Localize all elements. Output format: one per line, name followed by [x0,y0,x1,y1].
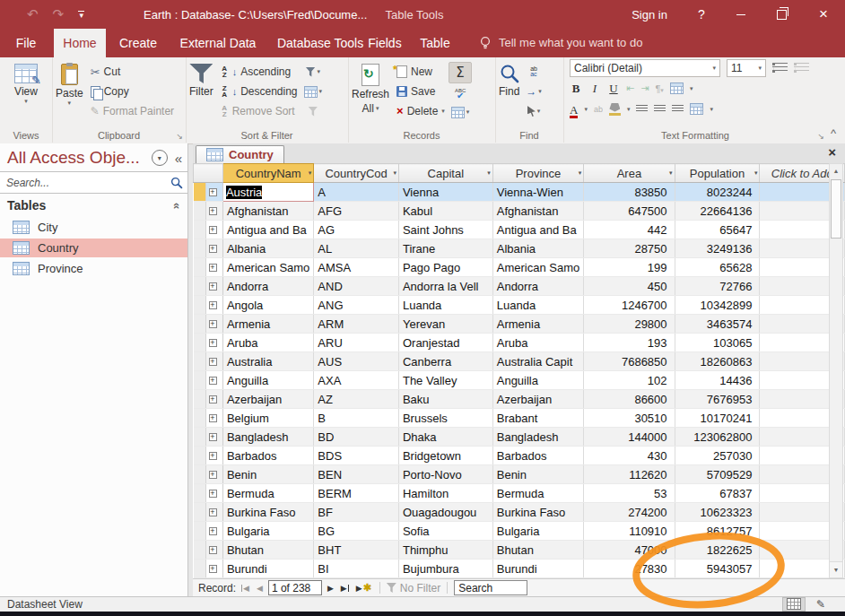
cell-population[interactable]: 103065 [675,334,760,352]
cell-population[interactable]: 5943057 [675,560,760,578]
expand-row-icon[interactable]: + [209,452,217,460]
cell-area[interactable]: 442 [584,221,675,239]
cell-name[interactable]: Afghanistan [222,202,313,221]
align-left-icon[interactable] [636,105,648,113]
tab-table[interactable]: Table [409,29,461,57]
cell-province[interactable]: American Samo [492,258,583,277]
scroll-up-icon[interactable]: ▲ [830,164,842,178]
cell-code[interactable]: BHT [314,541,399,560]
select-all-corner[interactable] [194,164,223,183]
cell-code[interactable]: ARM [314,315,399,334]
cell-code[interactable]: AL [314,239,399,258]
sidebar-item-country[interactable]: Country [0,239,187,257]
cell-code[interactable]: BI [314,560,399,578]
ascending-button[interactable]: AZ↓Ascending [217,62,301,82]
cell-area[interactable]: 86600 [584,390,675,409]
record-position-box[interactable] [268,580,322,595]
cell-province[interactable]: Burundi [492,560,583,578]
cell-name[interactable]: Burundi [222,560,313,578]
cell-area[interactable]: 29800 [584,315,675,334]
cell-capital[interactable]: Andorra la Vell [398,277,492,296]
no-filter-button[interactable]: No Filter [387,582,440,594]
cell-province[interactable]: Australia Capit [492,352,583,371]
cell-name[interactable]: Bulgaria [222,522,313,541]
expand-row-icon[interactable]: + [209,490,217,498]
row-selector[interactable]: + [194,465,223,484]
table-row[interactable]: +AfghanistanAFGKabulAfghanistan647500226… [194,202,845,221]
cell-area[interactable]: 450 [584,277,675,296]
format-painter-button[interactable]: ✎Format Painter [87,101,178,121]
cell-code[interactable]: AUS [314,352,399,371]
cell-population[interactable]: 65647 [675,221,760,239]
restore-button[interactable] [761,0,802,29]
cell-code[interactable]: BG [314,522,399,541]
sign-in-button[interactable]: Sign in [617,0,682,29]
tab-home[interactable]: Home [54,29,106,57]
cell-capital[interactable]: Ouagadougou [398,503,492,522]
cell-province[interactable]: Afghanistan [492,202,583,221]
expand-row-icon[interactable]: + [209,282,217,291]
cell-population[interactable]: 67837 [675,484,760,503]
cell-name[interactable]: Bermuda [222,484,313,503]
expand-row-icon[interactable]: + [209,508,217,516]
descending-button[interactable]: ZA↓Descending [217,82,301,101]
cell-area[interactable]: 7686850 [584,352,675,371]
last-record-button[interactable]: ▶ [339,584,351,593]
row-selector[interactable]: + [194,315,223,334]
column-header-population[interactable]: Population▾ [675,164,760,183]
expand-row-icon[interactable]: + [209,527,217,535]
cell-area[interactable]: 83850 [584,183,675,202]
nav-search-input[interactable] [0,177,170,189]
cell-capital[interactable]: Bujumbura [398,560,492,578]
font-color-button[interactable]: A [570,101,578,117]
close-button[interactable]: × [802,0,845,29]
cell-area[interactable]: 274200 [584,503,675,522]
refresh-all-button[interactable]: Refresh All▾ [348,60,393,122]
table-row[interactable]: +AndorraANDAndorra la VellAndorra4507276… [194,277,845,296]
sidebar-item-city[interactable]: City [0,218,187,237]
row-selector[interactable]: + [194,202,223,221]
cell-code[interactable]: BEN [314,465,399,484]
new-record-button[interactable]: New [393,62,449,82]
cell-code[interactable]: ARU [314,334,399,352]
goto-button[interactable]: →▾ [523,82,544,101]
vertical-scrollbar[interactable]: ▲ ▼ [829,163,843,578]
expand-row-icon[interactable]: + [209,301,217,309]
cell-capital[interactable]: Hamilton [398,484,492,503]
cell-province[interactable]: Benin [492,465,583,484]
table-row[interactable]: +AustraliaAUSCanberraAustralia Capit7686… [194,352,845,371]
new-blank-record-button[interactable]: ▶✱ [354,582,373,594]
cell-capital[interactable]: Baku [398,390,492,409]
shutter-bar-icon[interactable]: « [175,151,182,166]
row-selector[interactable]: + [194,447,223,465]
design-view-button[interactable]: ✎ [809,597,832,612]
italic-button[interactable]: I [588,82,601,96]
column-header-province[interactable]: Province▾ [492,164,583,183]
cut-button[interactable]: ✂Cut [87,62,178,82]
expand-row-icon[interactable]: + [209,358,217,366]
sidebar-item-province[interactable]: Province [0,259,187,278]
cell-population[interactable]: 5709529 [675,465,760,484]
cell-province[interactable]: Barbados [492,447,583,465]
filter-button[interactable]: Filter [186,60,217,122]
nav-group-tables[interactable]: Tables [7,198,46,213]
collapse-group-icon[interactable]: « [170,202,184,208]
cell-population[interactable]: 18260863 [675,352,760,371]
cell-province[interactable]: Bulgaria [492,522,583,541]
table-row[interactable]: +Antigua and BaAGSaint JohnsAntigua and … [194,221,845,239]
row-selector[interactable]: + [194,221,223,239]
nav-search-icon[interactable] [170,177,183,189]
expand-row-icon[interactable]: + [209,471,217,479]
more-records-button[interactable]: ▾ [449,102,473,122]
cell-population[interactable]: 14436 [675,371,760,390]
cell-name[interactable]: Bhutan [222,541,313,560]
cell-province[interactable]: Vienna-Wien [492,183,583,202]
cell-area[interactable]: 27830 [584,560,675,578]
filter-window-button[interactable]: ▾ [301,82,326,101]
cell-code[interactable]: BERM [314,484,399,503]
row-selector[interactable]: + [194,371,223,390]
cell-province[interactable]: Bhutan [492,541,583,560]
cell-population[interactable]: 22664136 [675,202,760,221]
align-right-icon[interactable] [672,105,684,113]
expand-row-icon[interactable]: + [209,339,217,347]
